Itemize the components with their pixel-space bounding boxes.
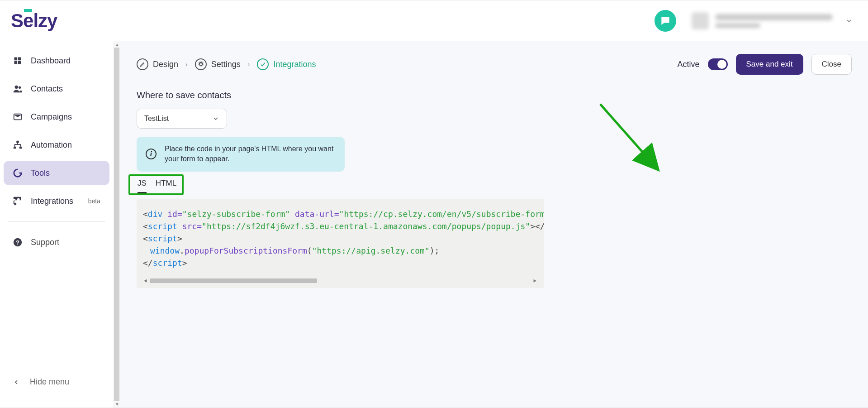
sidebar: Dashboard Contacts Campaigns — [0, 41, 113, 408]
user-menu[interactable] — [687, 10, 857, 32]
topbar: Selzy — [0, 0, 868, 41]
save-button[interactable]: Save and exit — [736, 54, 803, 75]
gear-icon — [195, 58, 207, 70]
close-button[interactable]: Close — [811, 54, 852, 75]
main-content: Design › Settings › Integrations — [120, 41, 868, 408]
svg-point-5 — [19, 86, 21, 89]
integrations-icon — [13, 196, 23, 206]
check-icon — [257, 58, 269, 70]
hide-menu-button[interactable]: Hide menu — [4, 370, 109, 394]
active-toggle[interactable] — [708, 58, 728, 70]
breadcrumb-label: Design — [153, 60, 178, 69]
chevron-left-icon — [13, 379, 20, 386]
code-line: <div id="selzy-subscribe-form" data-url=… — [143, 208, 537, 220]
chat-icon[interactable] — [655, 10, 676, 32]
scrollbar-horizontal[interactable]: ◀ ▶ — [143, 277, 537, 285]
list-select[interactable]: TestList — [137, 109, 227, 129]
sidebar-item-label: Integrations — [31, 197, 73, 206]
svg-point-4 — [15, 86, 18, 89]
sidebar-item-label: Dashboard — [31, 56, 71, 66]
help-icon: ? — [13, 237, 23, 247]
code-line: <script> — [143, 232, 537, 245]
sidebar-item-automation[interactable]: Automation — [4, 133, 109, 157]
chevron-down-icon — [212, 115, 219, 122]
sidebar-item-tools[interactable]: Tools — [4, 161, 109, 185]
sidebar-item-dashboard[interactable]: Dashboard — [4, 48, 109, 73]
sidebar-item-contacts[interactable]: Contacts — [4, 77, 109, 101]
svg-rect-0 — [14, 58, 18, 61]
contacts-icon — [13, 84, 23, 94]
avatar — [692, 12, 709, 29]
copy-icon[interactable] — [534, 199, 541, 200]
svg-text:?: ? — [16, 239, 19, 246]
tab-js[interactable]: JS — [138, 179, 147, 190]
user-id — [715, 23, 760, 28]
svg-rect-3 — [18, 61, 21, 64]
info-text: Place the code in your page's HTML where… — [165, 144, 336, 164]
code-line: window.popupForSubscriptionsForm("https:… — [143, 245, 537, 257]
tools-icon — [13, 168, 23, 178]
sidebar-item-label: Contacts — [31, 84, 63, 94]
support-label: Support — [31, 238, 59, 247]
code-block: <div id="selzy-subscribe-form" data-url=… — [137, 199, 544, 288]
info-banner: i Place the code in your page's HTML whe… — [137, 137, 345, 172]
sidebar-item-label: Campaigns — [31, 112, 72, 122]
svg-rect-9 — [19, 147, 22, 149]
logo[interactable]: Selzy — [11, 11, 57, 30]
hide-menu-label: Hide menu — [30, 377, 69, 387]
svg-rect-2 — [14, 61, 18, 64]
sidebar-item-campaigns[interactable]: Campaigns — [4, 105, 109, 129]
beta-badge: beta — [88, 197, 100, 205]
svg-rect-1 — [18, 58, 21, 61]
sidebar-item-label: Tools — [31, 168, 50, 178]
user-email — [715, 14, 833, 20]
breadcrumb-label: Integrations — [273, 60, 316, 69]
breadcrumb-separator: › — [185, 61, 189, 68]
code-line: </script> — [143, 257, 537, 269]
info-icon: i — [146, 149, 157, 159]
sidebar-item-label: Automation — [31, 140, 72, 150]
pencil-icon — [137, 58, 148, 70]
code-line: <script src="https://sf2df4j6wzf.s3.eu-c… — [143, 220, 537, 232]
svg-rect-8 — [14, 147, 16, 149]
active-label: Active — [677, 60, 699, 69]
code-tabs: JS HTML — [128, 174, 184, 195]
campaigns-icon — [13, 112, 23, 122]
chevron-down-icon — [845, 17, 853, 24]
tab-html[interactable]: HTML — [156, 179, 176, 190]
breadcrumb: Design › Settings › Integrations — [137, 54, 852, 75]
section-title: Where to save contacts — [137, 90, 852, 101]
breadcrumb-separator: › — [247, 61, 251, 68]
automation-icon — [13, 140, 23, 150]
breadcrumb-settings[interactable]: Settings — [195, 58, 241, 70]
sidebar-item-integrations[interactable]: Integrations beta — [4, 189, 109, 213]
dashboard-icon — [13, 56, 23, 66]
sidebar-item-support[interactable]: ? Support — [4, 230, 109, 254]
breadcrumb-label: Settings — [211, 60, 241, 69]
svg-rect-7 — [16, 141, 19, 143]
breadcrumb-integrations[interactable]: Integrations — [257, 58, 316, 70]
scrollbar-vertical[interactable]: ▲ ▼ — [113, 41, 120, 408]
select-value: TestList — [144, 115, 169, 123]
breadcrumb-design[interactable]: Design — [137, 58, 178, 70]
